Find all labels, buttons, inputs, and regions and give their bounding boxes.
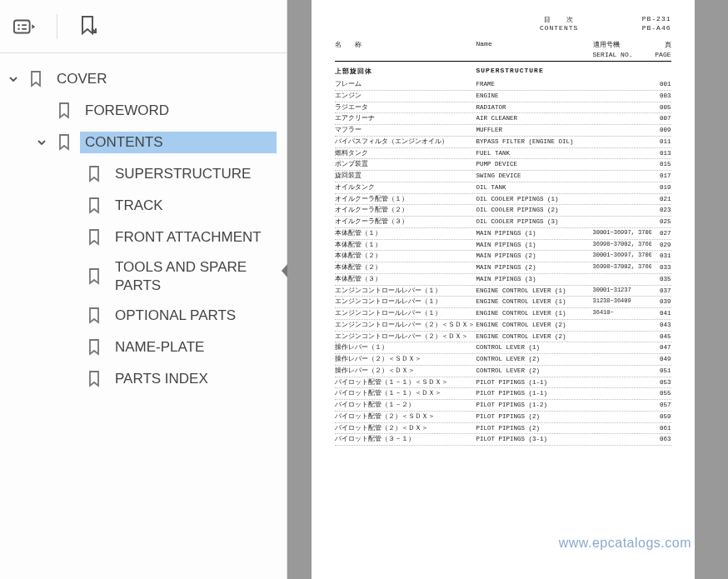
- cell-en: MAIN PIPINGS (2): [476, 262, 593, 273]
- cell-page: 023: [651, 205, 671, 216]
- tree-item-label: SUPERSTRUCTURE: [110, 163, 277, 185]
- cell-page: 045: [651, 332, 671, 342]
- cell-jp: 操作レバー（１）: [335, 342, 476, 353]
- cell-en: PILOT PIPINGS (1-1): [476, 388, 593, 399]
- tree-item[interactable]: TOOLS AND SPARE PARTS: [8, 253, 280, 300]
- cell-page: 047: [651, 342, 671, 353]
- cell-jp: マフラー: [335, 125, 476, 136]
- cell-serial: 30001~36997, 37003~37604: [593, 228, 651, 239]
- cell-page: 061: [651, 423, 671, 434]
- colhead-serial-en: SERIAL NO.: [593, 51, 646, 58]
- table-row: パイロット配管（３－１）PILOT PIPINGS (3-1)063: [335, 434, 671, 446]
- colhead-serial-jp: 適用号機: [593, 40, 646, 49]
- cell-jp: パイロット配管（１－２）: [335, 400, 476, 411]
- cell-page: 011: [651, 137, 671, 147]
- cell-page: 053: [651, 377, 671, 388]
- cell-en: PILOT PIPINGS (1-2): [476, 400, 593, 411]
- cell-serial: [593, 182, 651, 193]
- tree-item[interactable]: CONTENTS: [8, 127, 280, 158]
- cell-en: OIL COOLER PIPINGS (1): [476, 194, 593, 205]
- tree-item-label: OPTIONAL PARTS: [110, 305, 277, 327]
- cell-serial: [593, 434, 651, 445]
- cell-jp: パイロット配管（２）＜ＤＸ＞: [335, 423, 476, 434]
- tree-item[interactable]: TRACK: [8, 190, 280, 222]
- tree-item-label: TRACK: [110, 195, 277, 217]
- table-row: パイロット配管（１－２）PILOT PIPINGS (1-2)057: [335, 400, 671, 412]
- colhead-page-jp: 頁: [646, 40, 671, 49]
- bookmark-tool-icon[interactable]: [77, 15, 101, 38]
- table-row: 本体配管（３）MAIN PIPINGS (3)035: [335, 274, 671, 286]
- cell-jp: エンジンコントロールレバー（２）＜ＳＤＸ＞: [335, 320, 476, 331]
- table-row: 本体配管（２）MAIN PIPINGS (2)36998~37002, 3760…: [335, 262, 671, 274]
- bookmark-icon: [87, 371, 102, 387]
- tree-item[interactable]: NAME-PLATE: [8, 332, 280, 363]
- svg-point-1: [17, 23, 19, 25]
- cell-page: 051: [651, 366, 671, 377]
- cell-page: 015: [651, 159, 671, 170]
- cell-serial: [593, 125, 651, 136]
- bookmark-icon: [87, 268, 102, 285]
- cell-page: 043: [651, 320, 671, 331]
- cell-en: FUEL TANK: [476, 148, 593, 159]
- cell-page: 009: [651, 125, 671, 136]
- table-row: ポンプ装置PUMP DEVICE015: [335, 159, 671, 171]
- cell-page: 037: [651, 286, 671, 297]
- header-code2: PB-A46: [642, 24, 671, 32]
- table-row: フレームFRAME001: [335, 79, 671, 91]
- cell-jp: 旋回装置: [335, 171, 476, 182]
- tree-item-label: PARTS INDEX: [110, 368, 277, 390]
- cell-page: 063: [651, 434, 671, 445]
- cell-serial: [593, 354, 651, 365]
- cell-page: 059: [651, 412, 671, 422]
- cell-jp: オイルクーラ配管（２）: [335, 205, 476, 216]
- bookmark-icon: [87, 166, 102, 182]
- sidebar: COVERFOREWORDCONTENTSSUPERSTRUCTURETRACK…: [0, 0, 287, 579]
- colhead-page-en: PAGE: [646, 51, 671, 58]
- document-viewport[interactable]: 目 次 PB-231 CONTENTS PB-A46 名 称 Name 適用号機…: [287, 0, 728, 579]
- cell-en: MAIN PIPINGS (1): [476, 240, 593, 251]
- header-en: CONTENTS: [540, 24, 578, 32]
- cell-en: OIL COOLER PIPINGS (2): [476, 205, 593, 216]
- cell-serial: 31238~36409: [593, 297, 651, 307]
- tree-item[interactable]: PARTS INDEX: [8, 363, 280, 395]
- cell-en: SWING DEVICE: [476, 171, 593, 182]
- chevron-down-icon[interactable]: [37, 137, 48, 147]
- colhead-en-name: Name: [476, 40, 593, 49]
- cell-serial: [593, 113, 651, 124]
- cell-serial: [593, 423, 651, 434]
- tree-item[interactable]: FRONT ATTACHMENT: [8, 222, 280, 253]
- cell-serial: [593, 79, 651, 90]
- cell-en: PUMP DEVICE: [476, 159, 593, 170]
- contents-table: フレームFRAME001エンジンENGINE003ラジエータRADIATOR00…: [335, 79, 671, 446]
- tree-item[interactable]: OPTIONAL PARTS: [8, 300, 280, 332]
- cell-serial: 36998~37002, 37605~: [593, 262, 651, 273]
- cell-jp: 本体配管（２）: [335, 251, 476, 262]
- table-row: 本体配管（２）MAIN PIPINGS (2)30001~36997, 3700…: [335, 251, 671, 262]
- cell-en: PILOT PIPINGS (2): [476, 412, 593, 422]
- cell-serial: [593, 274, 651, 285]
- table-row: 旋回装置SWING DEVICE017: [335, 171, 671, 182]
- cell-en: FRAME: [476, 79, 593, 90]
- cell-en: ENGINE CONTROL LEVER (2): [476, 332, 593, 342]
- tree-item-label: FOREWORD: [80, 100, 277, 122]
- tree-item[interactable]: COVER: [8, 63, 280, 95]
- bookmark-icon: [57, 134, 72, 151]
- cell-page: 003: [651, 91, 671, 102]
- table-row: オイルクーラ配管（１）OIL COOLER PIPINGS (1)021: [335, 194, 671, 206]
- cell-page: 033: [651, 262, 671, 273]
- cell-en: PILOT PIPINGS (2): [476, 423, 593, 434]
- chevron-down-icon[interactable]: [8, 74, 20, 84]
- tree-item[interactable]: SUPERSTRUCTURE: [8, 158, 280, 190]
- cell-jp: 本体配管（１）: [335, 228, 476, 239]
- cell-en: MAIN PIPINGS (1): [476, 228, 593, 239]
- header-code1: PB-231: [642, 15, 671, 24]
- outline-view-icon[interactable]: [13, 15, 37, 38]
- cell-serial: [593, 91, 651, 102]
- cell-en: MUFFLER: [476, 125, 593, 136]
- cell-page: 013: [651, 148, 671, 159]
- cell-en: PILOT PIPINGS (1-1): [476, 377, 593, 388]
- table-row: エンジンコントロールレバー（２）＜ＤＸ＞ENGINE CONTROL LEVER…: [335, 332, 671, 343]
- table-row: 操作レバー（１）CONTROL LEVER (1)047: [335, 342, 671, 354]
- tree-item[interactable]: FOREWORD: [8, 95, 280, 127]
- cell-en: ENGINE CONTROL LEVER (1): [476, 297, 593, 307]
